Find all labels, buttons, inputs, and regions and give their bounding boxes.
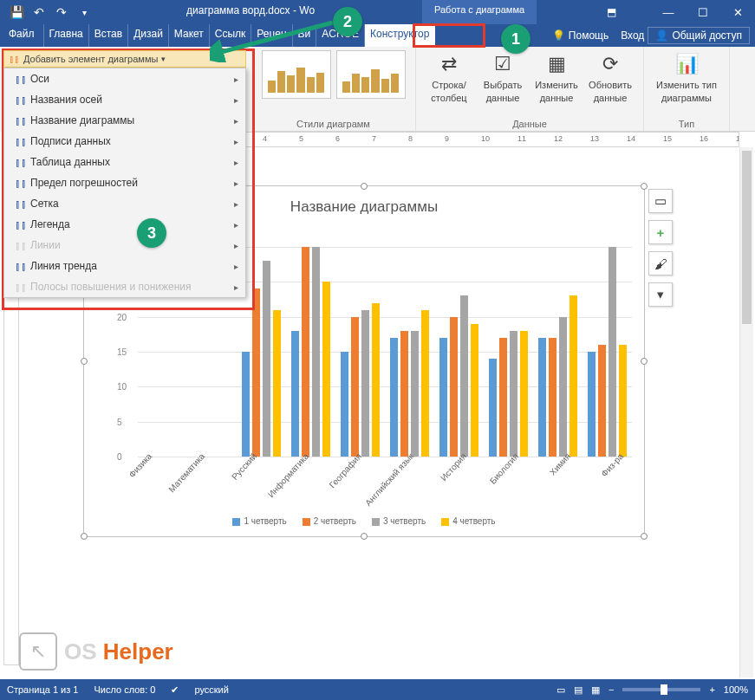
menu-item[interactable]: ⫿⫿Предел погрешностей▸ <box>4 172 245 193</box>
menu-item[interactable]: ⫿⫿Названия осей▸ <box>4 89 245 110</box>
chart-bar[interactable] <box>499 338 507 457</box>
redo-icon[interactable]: ↷ <box>52 3 71 22</box>
status-language[interactable]: русский <box>194 684 228 695</box>
legend-item[interactable]: 3 четверть <box>372 516 426 526</box>
select-data-button[interactable]: ☑Выбратьданные <box>477 50 529 104</box>
undo-icon[interactable]: ↶ <box>29 3 49 22</box>
chart-style-thumb-2[interactable] <box>336 50 406 99</box>
chart-bar[interactable] <box>252 288 260 457</box>
menu-item[interactable]: ⫿⫿Оси▸ <box>4 68 245 89</box>
menu-item[interactable]: ⫿⫿Легенда▸ <box>4 214 245 235</box>
chart-bar[interactable] <box>291 331 299 457</box>
chart-bar[interactable] <box>411 331 419 457</box>
chart-bar[interactable] <box>322 282 330 457</box>
chart-legend[interactable]: 1 четверть2 четверть3 четверть4 четверть <box>84 516 644 526</box>
chart-bar[interactable] <box>609 247 616 457</box>
chart-bar[interactable] <box>421 310 429 457</box>
zoom-level[interactable]: 100% <box>724 684 748 695</box>
add-chart-element-label: Добавить элемент диаграммы <box>23 54 158 64</box>
vertical-scrollbar[interactable] <box>739 147 753 677</box>
chart-bar[interactable] <box>588 352 596 457</box>
chart-layout-options-button[interactable]: ▭ <box>648 189 673 213</box>
status-word-count[interactable]: Число слов: 0 <box>94 684 155 695</box>
chevron-right-icon: ▸ <box>234 241 238 250</box>
chart-bar[interactable] <box>570 295 577 457</box>
chart-bar[interactable] <box>351 317 359 457</box>
chart-bar[interactable] <box>273 310 281 457</box>
tab-file[interactable]: Файл <box>0 24 44 47</box>
login-button[interactable]: Вход <box>621 29 644 42</box>
view-web-layout-icon[interactable]: ▦ <box>591 684 600 696</box>
chart-glyph-icon: ⫿⫿ <box>11 135 30 148</box>
menu-item[interactable]: ⫿⫿Линия тренда▸ <box>4 256 245 276</box>
tab-layout[interactable]: Макет <box>169 24 210 47</box>
share-button[interactable]: 👤 Общий доступ <box>648 27 750 44</box>
chart-bar[interactable] <box>619 345 627 457</box>
chart-bar[interactable] <box>341 352 348 457</box>
group-label-styles: Стили диаграмм <box>296 117 370 129</box>
chart-bar[interactable] <box>361 310 369 457</box>
chart-styles-button[interactable]: 🖌 <box>648 251 673 275</box>
save-icon[interactable]: 💾 <box>7 3 26 22</box>
chart-bar[interactable] <box>559 317 567 457</box>
tell-me-label[interactable]: Помощь <box>569 29 609 42</box>
chart-x-label: История <box>414 451 468 509</box>
zoom-slider[interactable] <box>622 688 700 691</box>
minimize-button[interactable]: — <box>651 0 686 24</box>
tab-home[interactable]: Главна <box>44 24 89 47</box>
chart-bar[interactable] <box>549 338 556 457</box>
chart-bar[interactable] <box>538 338 546 457</box>
tab-design[interactable]: Дизай <box>128 24 169 47</box>
chart-bar[interactable] <box>460 295 468 457</box>
chart-bar[interactable] <box>471 324 478 457</box>
quick-access-toolbar: 💾 ↶ ↷ ▾ <box>0 3 94 22</box>
chart-bar[interactable] <box>510 331 517 457</box>
status-proofing-icon[interactable]: ✔ <box>171 684 179 696</box>
switch-row-column-button[interactable]: ⇄Строка/столбец <box>423 50 475 104</box>
close-button[interactable]: ✕ <box>720 0 755 24</box>
chart-bar[interactable] <box>372 303 380 457</box>
ruler-tick: 17 <box>736 134 739 143</box>
view-print-layout-icon[interactable]: ▤ <box>574 684 583 696</box>
chart-bar[interactable] <box>242 352 250 457</box>
chevron-down-icon: ▾ <box>161 55 166 63</box>
refresh-data-button[interactable]: ⟳Обновитьданные <box>584 50 636 104</box>
tab-constructor[interactable]: Конструктор <box>365 24 435 47</box>
menu-item[interactable]: ⫿⫿Таблица данных▸ <box>4 152 245 172</box>
legend-item[interactable]: 4 четверть <box>441 516 495 526</box>
legend-item[interactable]: 1 четверть <box>232 516 286 526</box>
ribbon-options-icon[interactable]: ⬒ <box>607 6 616 18</box>
menu-item[interactable]: ⫿⫿Сетка▸ <box>4 193 245 214</box>
tab-insert[interactable]: Встав <box>89 24 128 47</box>
view-read-mode-icon[interactable]: ▭ <box>556 684 565 696</box>
chart-glyph-icon: ⫿⫿ <box>11 94 30 107</box>
chart-filters-button[interactable]: ▾ <box>648 282 673 307</box>
change-chart-type-button[interactable]: 📊Изменить типдиаграммы <box>651 50 722 104</box>
edit-data-button[interactable]: ▦Изменитьданные <box>530 50 583 104</box>
chart-elements-button[interactable]: + <box>648 220 673 244</box>
chart-bar[interactable] <box>598 345 606 457</box>
chart-bar[interactable] <box>312 247 320 457</box>
chevron-right-icon: ▸ <box>234 262 238 271</box>
chart-bar[interactable] <box>400 331 408 457</box>
qat-customize-icon[interactable]: ▾ <box>75 3 94 22</box>
chart-bar[interactable] <box>439 338 447 457</box>
group-label-type: Тип <box>679 117 694 129</box>
chart-x-label: Биология <box>466 451 520 509</box>
chart-bar[interactable] <box>520 331 528 457</box>
menu-item[interactable]: ⫿⫿Подписи данных▸ <box>4 131 245 152</box>
menu-item-label: Предел погрешностей <box>30 177 138 189</box>
annotation-arrow <box>210 19 340 62</box>
chart-bar[interactable] <box>263 261 270 457</box>
tell-me-icon[interactable]: 💡 <box>552 29 565 42</box>
zoom-in-icon[interactable]: + <box>709 684 714 695</box>
chart-bar[interactable] <box>390 338 398 457</box>
menu-item[interactable]: ⫿⫿Название диаграммы▸ <box>4 110 245 131</box>
status-page[interactable]: Страница 1 из 1 <box>7 684 78 695</box>
zoom-out-icon[interactable]: − <box>609 684 614 695</box>
maximize-button[interactable]: ☐ <box>686 0 720 24</box>
chart-bar[interactable] <box>489 359 497 457</box>
chart-bar[interactable] <box>302 247 309 457</box>
legend-item[interactable]: 2 четверть <box>303 516 356 526</box>
chart-bar[interactable] <box>450 317 458 457</box>
